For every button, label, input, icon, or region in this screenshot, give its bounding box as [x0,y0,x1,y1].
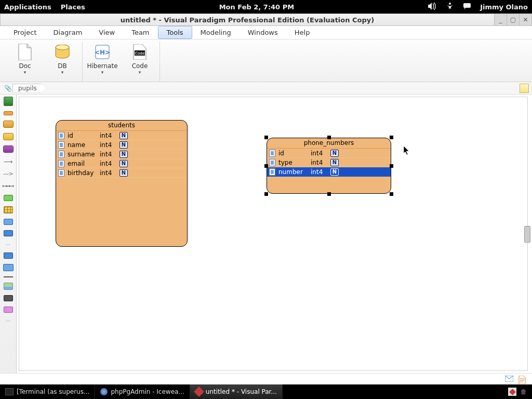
nullable-badge: N [330,168,339,176]
window-close-button[interactable]: ✕ [519,14,531,25]
palette-connector-3[interactable]: ⊶⊷ [2,182,15,190]
tool-palette: ⟶ -·-·> ⊶⊷ ⋯ ⋯ [0,95,17,373]
entity-phone-numbers[interactable]: phone_numbers idint4N typeint4N numberin… [267,138,391,194]
column-icon [58,141,64,149]
resize-handle[interactable] [264,164,268,168]
column-icon [58,160,64,167]
scrollbar-handle[interactable] [524,226,530,243]
palette-table[interactable] [4,206,13,214]
column-row[interactable]: birthdayint4N [56,168,187,178]
volume-icon[interactable] [428,3,436,11]
palette-orange-1[interactable] [4,111,13,115]
column-icon [58,169,64,177]
vp-icon [194,387,204,397]
resize-handle[interactable] [390,136,393,139]
svg-text:Code: Code [135,51,144,56]
taskbar-visual-paradigm[interactable]: untitled * - Visual Par... [190,384,283,399]
menu-modeling[interactable]: Modeling [192,26,240,38]
db-button[interactable]: DB ▾ [47,42,78,82]
nullable-badge: N [119,151,128,158]
accessibility-icon[interactable] [446,2,454,12]
palette-image[interactable] [4,283,13,290]
palette-connector-1[interactable]: ⟶ [4,158,12,165]
attachment-icon[interactable]: 📎 [3,84,12,93]
palette-more[interactable]: ⋯ [6,318,11,324]
palette-orange-2[interactable] [3,121,14,128]
status-bar [0,373,532,384]
entity-students-title: students [56,121,187,131]
gnome-top-bar: Applications Places Mon Feb 2, 7:40 PM J… [0,0,532,14]
menu-tools[interactable]: Tools [158,26,192,39]
menu-bar: Project Diagram View Team Tools Modeling… [0,26,532,39]
resize-handle[interactable] [264,136,268,139]
palette-purple[interactable] [3,145,14,153]
column-row[interactable]: nameint4N [56,140,187,150]
palette-camera[interactable] [4,295,13,301]
entity-students[interactable]: students idint4N nameint4N surnameint4N … [56,120,188,247]
resize-handle[interactable] [327,136,331,139]
resize-handle[interactable] [390,192,393,196]
svg-rect-1 [463,3,471,8]
svg-point-3 [56,45,69,50]
doc-button[interactable]: Doc ▾ [9,42,41,82]
palette-folder[interactable] [4,252,13,259]
palette-green[interactable] [4,195,13,201]
column-row[interactable]: idint4N [267,149,391,158]
palette-dots[interactable]: ⋯ [6,242,11,247]
entity-phone-numbers-selection: phone_numbers idint4N typeint4N numberin… [267,138,391,194]
menu-project[interactable]: Project [5,26,45,38]
tray-vp-icon[interactable] [508,388,516,396]
menu-help[interactable]: Help [286,26,318,38]
places-menu[interactable]: Places [61,3,85,11]
menu-windows[interactable]: Windows [240,26,286,38]
mail-icon[interactable] [505,376,513,383]
palette-blue-1[interactable] [4,219,13,225]
menu-view[interactable]: View [90,26,123,38]
toolbar: Doc ▾ DB ▾ <H> Hibernate ▾ Code Code ▾ [0,39,532,82]
column-row[interactable]: surnameint4N [56,150,187,159]
palette-blue-2[interactable] [4,230,13,236]
taskbar-phppgadmin[interactable]: phpPgAdmin - Icewea... [95,384,190,399]
code-button[interactable]: Code Code ▾ [124,42,155,82]
resize-handle[interactable] [264,192,268,196]
resize-handle[interactable] [327,192,331,196]
nullable-badge: N [119,169,128,177]
breadcrumb-item[interactable]: pupils [12,84,46,93]
tray-trash-icon[interactable]: 🗑 [520,388,528,396]
column-row-selected[interactable]: numberint4N [267,167,391,177]
column-icon [58,151,64,158]
taskbar: [Terminal (as superus... phpPgAdmin - Ic… [0,384,532,399]
diagram-canvas[interactable]: students idint4N nameint4N surnameint4N … [19,97,528,371]
nullable-badge: N [119,141,128,149]
window-maximize-button[interactable]: ▢ [507,14,519,25]
column-icon [58,132,64,139]
palette-yellow[interactable] [3,133,14,140]
applications-menu[interactable]: Applications [4,3,51,11]
nullable-badge: N [330,159,339,166]
palette-cursor[interactable] [4,97,13,106]
terminal-icon [5,388,14,395]
column-row[interactable]: idint4N [56,131,187,140]
window-minimize-button[interactable]: _ [494,14,507,25]
nullable-badge: N [119,132,128,139]
chat-icon[interactable] [463,3,471,11]
taskbar-terminal[interactable]: [Terminal (as superus... [0,384,95,399]
resize-handle[interactable] [390,164,393,168]
menu-team[interactable]: Team [123,26,157,38]
clock: Mon Feb 2, 7:40 PM [85,3,428,11]
document-status-icon[interactable] [518,376,527,383]
palette-note[interactable] [4,307,13,313]
palette-connector-2[interactable]: -·-·> [3,170,13,177]
hibernate-button[interactable]: <H> Hibernate ▾ [87,42,118,82]
nullable-badge: N [330,150,339,157]
menu-diagram[interactable]: Diagram [45,26,90,38]
palette-screen[interactable] [3,264,14,271]
column-icon [269,159,275,166]
column-row[interactable]: emailint4N [56,159,187,168]
code-icon: Code [131,44,148,60]
palette-line[interactable] [4,276,13,277]
column-row[interactable]: typeint4N [267,158,391,167]
user-menu[interactable]: Jimmy Olano [480,3,528,11]
mouse-cursor [404,146,411,157]
note-icon[interactable] [520,84,529,93]
